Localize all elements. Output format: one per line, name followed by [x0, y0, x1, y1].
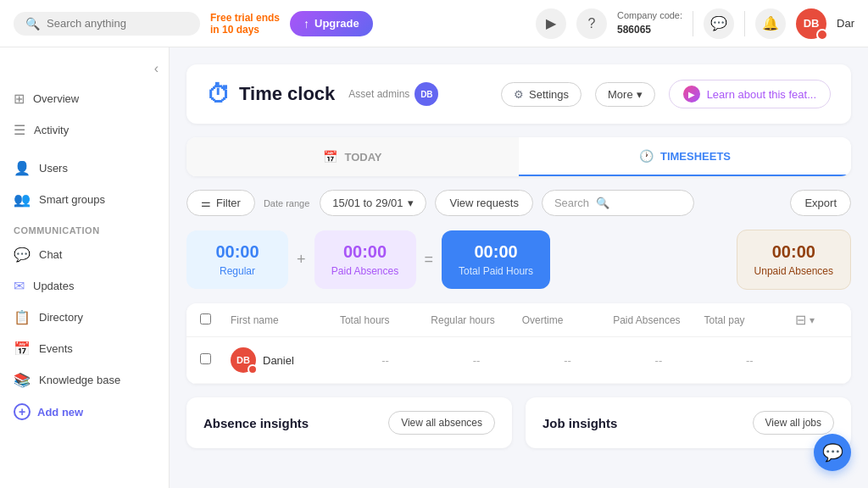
- paid-label: Paid Absences: [331, 265, 399, 277]
- help-button[interactable]: ?: [576, 8, 607, 39]
- sidebar-item-label: Events: [39, 342, 73, 355]
- sidebar-item-label: Smart groups: [39, 193, 105, 206]
- row-paid-absences: --: [613, 354, 704, 367]
- events-icon: 📅: [14, 341, 31, 357]
- th-regular-hours: Regular hours: [431, 314, 521, 326]
- columns-icon[interactable]: ⊟: [795, 312, 806, 328]
- row-check: [200, 353, 231, 367]
- select-all-checkbox[interactable]: [200, 313, 211, 324]
- sidebar-item-chat[interactable]: 💬 Chat: [0, 239, 169, 270]
- divider2: [744, 11, 745, 36]
- topbar: 🔍 Free trial ends in 10 days Upgrade ▶ ?…: [0, 0, 868, 47]
- admin-avatar: DB: [415, 82, 438, 106]
- more-button[interactable]: More ▾: [595, 82, 655, 107]
- play-icon: ▶: [683, 86, 700, 103]
- sidebar-item-label: Activity: [34, 124, 69, 136]
- employees-table: First name Total hours Regular hours Ove…: [186, 303, 851, 384]
- add-new-button[interactable]: + Add new: [0, 396, 169, 428]
- regular-value: 00:00: [203, 242, 271, 262]
- sidebar-item-users[interactable]: 👤 Users: [0, 152, 169, 184]
- trial-badge: Free trial ends in 10 days: [210, 12, 280, 36]
- time-clock-title: ⏱ Time clock: [207, 80, 335, 108]
- th-actions: ⊟ ▾: [795, 312, 837, 328]
- date-range-button[interactable]: 15/01 to 29/01 ▾: [320, 190, 426, 216]
- play-button[interactable]: ▶: [536, 8, 566, 39]
- stat-total-paid: 00:00 Total Paid Hours: [442, 230, 550, 289]
- th-total-hours: Total hours: [340, 314, 431, 326]
- view-all-jobs-button[interactable]: View all jobs: [753, 411, 834, 435]
- plus-sign: +: [297, 251, 306, 269]
- row-regular-hours: --: [431, 354, 521, 367]
- filter-button[interactable]: ⚌ Filter: [186, 190, 255, 216]
- total-label: Total Paid Hours: [459, 265, 533, 277]
- filter-icon: ⚌: [201, 197, 211, 209]
- avatar-badge: [816, 29, 828, 41]
- search-icon: 🔍: [596, 197, 609, 209]
- stat-unpaid-absences: 00:00 Unpaid Absences: [737, 230, 851, 290]
- stat-paid-absences: 00:00 Paid Absences: [314, 230, 416, 289]
- settings-button[interactable]: ⚙ Settings: [501, 82, 581, 107]
- th-total-pay: Total pay: [704, 314, 795, 326]
- sidebar-item-label: Knowledge base: [39, 374, 120, 386]
- search-icon: 🔍: [25, 17, 40, 30]
- stats-row: 00:00 Regular + 00:00 Paid Absences = 00…: [186, 230, 851, 290]
- th-paid-absences: Paid Absences: [613, 314, 704, 326]
- table-search[interactable]: Search 🔍: [542, 190, 694, 216]
- tab-today[interactable]: 📅 TODAY: [186, 137, 519, 176]
- unpaid-value: 00:00: [754, 242, 833, 262]
- company-info: Company code: 586065: [617, 9, 682, 36]
- layout: ‹ ⊞ Overview ☰ Activity 👤 Users 👥 Smart …: [0, 47, 868, 488]
- sidebar-item-updates[interactable]: ✉ Updates: [0, 270, 169, 302]
- user-avatar[interactable]: DB: [796, 8, 826, 39]
- time-clock-header: ⏱ Time clock Asset admins DB ⚙ Settings …: [186, 64, 851, 124]
- absence-insights-title: Absence insights: [203, 416, 309, 430]
- collapse-button[interactable]: ‹: [154, 61, 159, 76]
- chevron-down-icon: ▾: [637, 88, 643, 101]
- row-name-text: Daniel: [263, 354, 294, 367]
- row-checkbox[interactable]: [200, 353, 211, 364]
- search-box[interactable]: 🔍: [14, 12, 200, 36]
- sidebar: ‹ ⊞ Overview ☰ Activity 👤 Users 👥 Smart …: [0, 47, 170, 488]
- job-insights-card: Job insights View all jobs: [526, 397, 851, 448]
- regular-label: Regular: [203, 265, 271, 277]
- export-button[interactable]: Export: [790, 190, 851, 216]
- sidebar-item-events[interactable]: 📅 Events: [0, 333, 169, 364]
- notifications-icon[interactable]: 🔔: [755, 8, 786, 39]
- plus-icon: +: [14, 403, 31, 420]
- chat-bubble-button[interactable]: 💬: [814, 434, 851, 471]
- calendar-icon: 📅: [323, 150, 337, 164]
- view-all-absences-button[interactable]: View all absences: [388, 411, 495, 435]
- equals-sign: =: [425, 251, 434, 269]
- row-total-hours: --: [340, 354, 431, 367]
- sidebar-item-label: Users: [39, 162, 68, 175]
- upgrade-button[interactable]: Upgrade: [290, 11, 373, 36]
- sidebar-item-smart-groups[interactable]: 👥 Smart groups: [0, 184, 169, 215]
- chevron-down-icon[interactable]: ▾: [810, 314, 815, 326]
- learn-button[interactable]: ▶ Learn about this feat...: [669, 80, 831, 108]
- divider: [693, 11, 693, 36]
- row-name: DB Daniel: [231, 347, 340, 373]
- settings-icon: ⚙: [514, 88, 524, 101]
- sidebar-item-directory[interactable]: 📋 Directory: [0, 302, 169, 333]
- chat-icon: 💬: [14, 247, 31, 263]
- sidebar-item-activity[interactable]: ☰ Activity: [0, 114, 169, 146]
- sidebar-collapse: ‹: [0, 58, 169, 83]
- clock-icon: ⏱: [207, 80, 231, 108]
- main-content: ⏱ Time clock Asset admins DB ⚙ Settings …: [170, 47, 868, 488]
- sidebar-item-overview[interactable]: ⊞ Overview: [0, 83, 169, 114]
- tab-timesheets[interactable]: 🕐 TIMESHEETS: [519, 137, 851, 176]
- asset-admins: Asset admins DB: [348, 82, 438, 106]
- menu-icon: ☰: [14, 122, 25, 138]
- search-input[interactable]: [47, 17, 174, 30]
- chat-icon[interactable]: 💬: [704, 8, 734, 39]
- row-overtime: --: [522, 354, 613, 367]
- view-requests-button[interactable]: View requests: [435, 190, 532, 216]
- job-insights-title: Job insights: [542, 416, 617, 430]
- total-value: 00:00: [459, 242, 533, 262]
- stat-regular: 00:00 Regular: [186, 230, 288, 289]
- tabs: 📅 TODAY 🕐 TIMESHEETS: [186, 137, 851, 176]
- bottom-row: Absence insights View all absences Job i…: [186, 397, 851, 448]
- th-check: [200, 313, 231, 327]
- directory-icon: 📋: [14, 309, 31, 325]
- sidebar-item-knowledge-base[interactable]: 📚 Knowledge base: [0, 364, 169, 396]
